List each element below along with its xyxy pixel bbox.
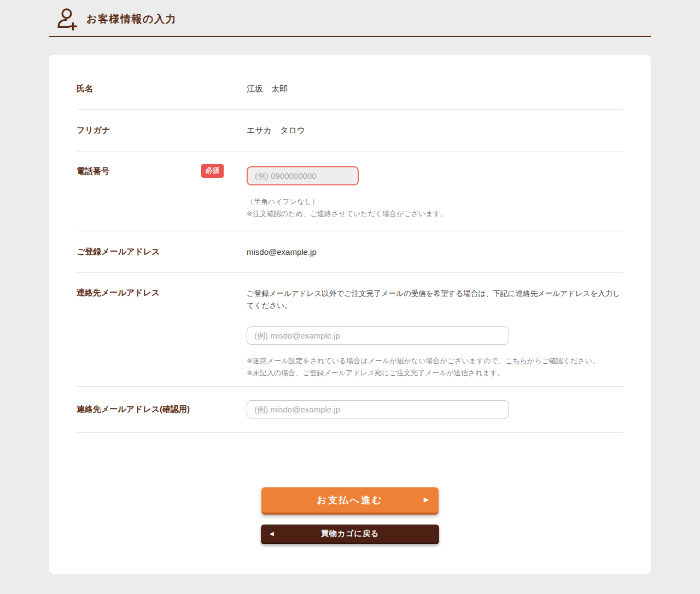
back-to-cart-label: 買物カゴに戻る bbox=[321, 529, 379, 538]
row-name: 氏名 江坂 太郎 bbox=[77, 68, 623, 110]
spam-note-post: からご確認ください。 bbox=[527, 357, 599, 365]
proceed-to-payment-label: お支払へ進む bbox=[317, 495, 383, 505]
proceed-to-payment-button[interactable]: お支払へ進む ▶ bbox=[261, 487, 439, 515]
registered-email-value: misdo@example.jp bbox=[247, 247, 317, 257]
person-plus-icon bbox=[54, 7, 79, 32]
left-arrow-icon: ◀ bbox=[270, 530, 274, 536]
row-contact-email: 連絡先メールアドレス ご登録メールアドレス以外でご注文完了メールの受信を希望する… bbox=[77, 273, 623, 387]
customer-info-card: 氏名 江坂 太郎 フリガナ エサカ タロウ 電話番号 必須 （半角ハイフンなし）… bbox=[49, 55, 651, 574]
contact-email-confirm-label: 連絡先メールアドレス(確認用) bbox=[77, 404, 190, 415]
name-value: 江坂 太郎 bbox=[247, 84, 288, 94]
furigana-label: フリガナ bbox=[77, 125, 110, 136]
contact-email-confirm-input[interactable] bbox=[247, 400, 509, 418]
row-furigana: フリガナ エサカ タロウ bbox=[77, 110, 623, 152]
contact-email-label: 連絡先メールアドレス bbox=[77, 288, 160, 298]
contact-email-description: ご登録メールアドレス以外でご注文完了メールの受信を希望する場合は、下記に連絡先メ… bbox=[247, 288, 623, 312]
phone-note-contact: ※注文確認のため、ご連絡させていただく場合がございます。 bbox=[247, 208, 447, 220]
here-link[interactable]: こちら bbox=[505, 357, 527, 365]
spam-note-pre: ※迷惑メール設定をされている場合はメールが届かない場合がございますので、 bbox=[247, 357, 505, 365]
page-title: お客様情報の入力 bbox=[86, 12, 177, 26]
phone-note-format: （半角ハイフンなし） bbox=[247, 196, 447, 208]
back-to-cart-button[interactable]: ◀ 買物カゴに戻る bbox=[261, 525, 439, 544]
right-arrow-icon: ▶ bbox=[424, 496, 429, 503]
page-header: お客様情報の入力 bbox=[49, 0, 651, 37]
furigana-value: エサカ タロウ bbox=[247, 125, 305, 136]
registered-email-label: ご登録メールアドレス bbox=[77, 247, 160, 257]
name-label: 氏名 bbox=[77, 84, 93, 94]
form-actions: お支払へ進む ▶ ◀ 買物カゴに戻る bbox=[77, 487, 623, 544]
phone-label: 電話番号 bbox=[77, 166, 109, 177]
contact-email-note-spam: ※迷惑メール設定をされている場合はメールが届かない場合がございますので、こちらか… bbox=[247, 355, 623, 367]
row-phone: 電話番号 必須 （半角ハイフンなし） ※注文確認のため、ご連絡させていただく場合… bbox=[77, 152, 623, 231]
contact-email-input[interactable] bbox=[247, 327, 509, 345]
phone-input[interactable] bbox=[247, 166, 359, 185]
row-registered-email: ご登録メールアドレス misdo@example.jp bbox=[77, 231, 623, 273]
required-badge: 必須 bbox=[201, 164, 224, 178]
contact-email-note-default: ※未記入の場合、ご登録メールアドレス宛にご注文完了メールが送信されます。 bbox=[247, 367, 623, 379]
row-contact-email-confirm: 連絡先メールアドレス(確認用) bbox=[77, 387, 623, 433]
